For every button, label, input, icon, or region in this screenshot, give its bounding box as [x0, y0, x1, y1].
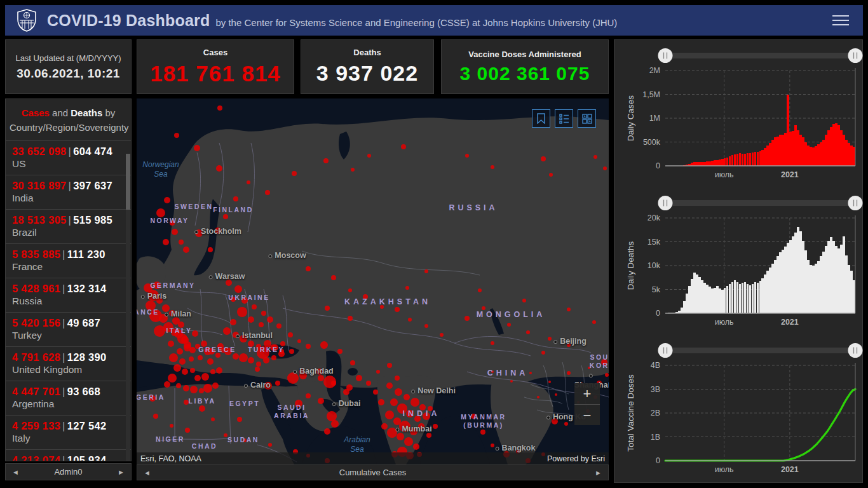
country-list-row[interactable]: 4 213 074|105 934Colombia — [6, 449, 131, 462]
svg-text:2021: 2021 — [781, 465, 799, 474]
country-list-row[interactable]: 33 652 098|604 474US — [6, 140, 131, 175]
jhu-logo-icon — [17, 9, 37, 32]
range-slider-handle — [848, 196, 863, 210]
app-header: COVID-19 Dashboard by the Center for Sys… — [5, 5, 863, 36]
country-list-row[interactable]: 5 835 885|111 230France — [6, 243, 131, 278]
svg-text:июль: июль — [715, 318, 734, 327]
svg-text:июль: июль — [715, 465, 734, 474]
attribution-esri: Powered by Esri — [547, 454, 605, 463]
cases-value: 181 761 814 — [150, 61, 281, 86]
svg-text:Daily Cases: Daily Cases — [626, 95, 635, 141]
svg-text:20k: 20k — [648, 214, 661, 222]
layer-left-icon[interactable]: ◄ — [144, 469, 151, 477]
range-slider-handle — [658, 48, 673, 63]
country-list-row[interactable]: 18 513 305|515 985Brazil — [6, 209, 131, 243]
svg-text:Daily Deaths: Daily Deaths — [626, 241, 635, 290]
page-subtitle: by the Center for Systems Science and En… — [215, 17, 617, 28]
vaccines-label: Vaccine Doses Administered — [468, 50, 581, 59]
svg-text:2021: 2021 — [781, 318, 799, 327]
menu-hamburger-icon[interactable] — [830, 13, 851, 28]
range-slider-handle — [658, 343, 673, 358]
zoom-in-button[interactable]: + — [574, 383, 600, 404]
deaths-counter-panel: Deaths 3 937 022 — [301, 39, 434, 94]
admin-level-pager: ◄ Admin0 ► — [5, 463, 132, 480]
svg-text:0: 0 — [656, 456, 660, 465]
country-list-row[interactable]: 4 259 133|127 542Italy — [6, 415, 131, 449]
map-layer-label: Cumulative Cases — [339, 468, 407, 477]
map-layer-pager: ◄ Cumulative Cases ► — [137, 464, 609, 480]
svg-text:2B: 2B — [651, 409, 660, 417]
daily-deaths-chart: 05k10k15k20kиюль2021Daily Deaths — [614, 187, 864, 335]
map-zoom-control: + − — [574, 383, 600, 425]
map-attribution: Esri, FAO, NOAA Powered by Esri — [137, 452, 609, 464]
zoom-out-button[interactable]: − — [574, 404, 600, 425]
scrollbar-thumb[interactable] — [126, 154, 130, 210]
svg-text:Total Vaccine Doses: Total Vaccine Doses — [626, 374, 635, 452]
svg-text:2021: 2021 — [781, 170, 799, 179]
country-list-row[interactable]: 4 791 628|128 390United Kingdom — [6, 346, 131, 381]
country-list-panel: Cases and Deaths by Country/Region/Sover… — [5, 98, 132, 461]
basemap-gallery-icon[interactable] — [578, 109, 596, 128]
last-updated-label: Last Updated at (M/D/YYYY) — [15, 53, 121, 63]
layer-right-icon[interactable]: ► — [595, 469, 602, 477]
country-list-scrollbar[interactable] — [126, 154, 130, 461]
svg-text:500k: 500k — [643, 138, 661, 147]
svg-text:15k: 15k — [648, 238, 661, 247]
last-updated-value: 30.06.2021, 10:21 — [17, 67, 120, 81]
pager-left-icon[interactable]: ◄ — [12, 468, 19, 476]
svg-text:0: 0 — [656, 161, 660, 170]
world-map[interactable]: Norwegian SeaArabian SeaSWEDENFINLANDNOR… — [137, 98, 609, 464]
charts-panel: 0500k1M1,5M2Mиюль2021Daily Cases 05k10k1… — [614, 39, 863, 483]
last-updated-panel: Last Updated at (M/D/YYYY) 30.06.2021, 1… — [5, 39, 132, 94]
cases-label: Cases — [203, 48, 227, 57]
svg-text:июль: июль — [715, 170, 734, 179]
svg-text:1M: 1M — [649, 114, 660, 123]
svg-text:5k: 5k — [652, 285, 661, 294]
country-list-row[interactable]: 5 420 156|49 687Turkey — [6, 312, 131, 346]
deaths-value: 3 937 022 — [316, 61, 418, 86]
range-slider-handle — [658, 196, 673, 210]
svg-text:1B: 1B — [651, 433, 660, 442]
svg-text:10k: 10k — [648, 261, 661, 270]
total-vaccine-doses-chart: 01B2B3B4Bиюль2021Total Vaccine Doses — [614, 335, 864, 482]
svg-text:0: 0 — [656, 309, 660, 318]
deaths-label: Deaths — [353, 48, 381, 57]
map-toolbar — [532, 109, 596, 128]
svg-text:1,5M: 1,5M — [642, 90, 660, 99]
range-slider-handle — [848, 343, 863, 358]
admin-level-label: Admin0 — [54, 467, 82, 477]
vaccines-value: 3 002 361 075 — [460, 63, 590, 85]
pager-right-icon[interactable]: ► — [118, 468, 125, 476]
vaccines-counter-panel: Vaccine Doses Administered 3 002 361 075 — [441, 39, 609, 94]
range-slider-handle — [848, 48, 863, 63]
daily-cases-chart: 0500k1M1,5M2Mиюль2021Daily Cases — [614, 40, 864, 187]
svg-text:4B: 4B — [651, 361, 660, 370]
page-title: COVID-19 Dashboard — [47, 11, 210, 30]
country-list-title: Cases and Deaths by Country/Region/Sover… — [6, 99, 131, 140]
map-basemap — [137, 98, 609, 464]
country-list-row[interactable]: 30 316 897|397 637India — [6, 175, 131, 209]
legend-list-icon[interactable] — [555, 109, 573, 128]
country-list-row[interactable]: 5 428 961|132 314Russia — [6, 278, 131, 312]
svg-text:2M: 2M — [649, 66, 660, 75]
svg-text:3B: 3B — [651, 385, 660, 394]
country-list-row[interactable]: 4 447 701|93 668Argentina — [6, 381, 131, 415]
bookmarks-icon[interactable] — [532, 109, 550, 128]
attribution-sources: Esri, FAO, NOAA — [140, 454, 201, 463]
cases-counter-panel: Cases 181 761 814 — [137, 39, 294, 94]
